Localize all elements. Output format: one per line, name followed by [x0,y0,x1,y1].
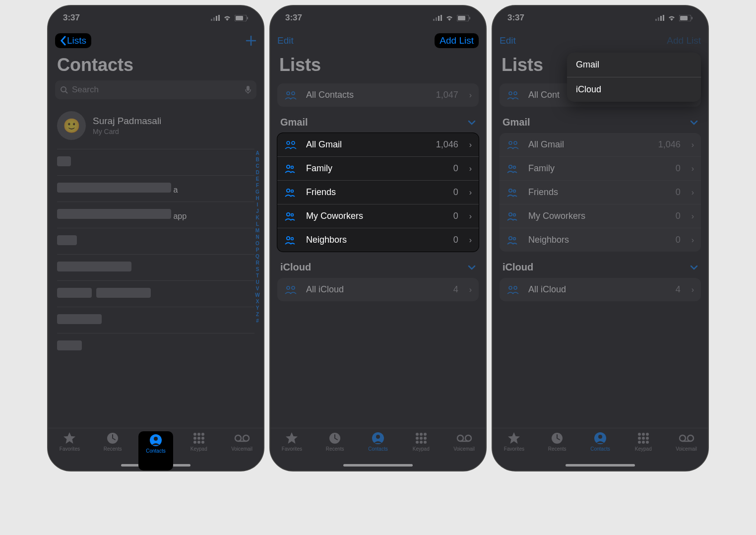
group-icon [284,285,299,294]
index-bar[interactable]: ABCDEFGHIJKLMNOPQRSTUVWXYZ# [253,150,261,324]
list-row-family[interactable]: Family0› [277,156,479,180]
icloud-section-header[interactable]: iCloud [277,252,479,278]
list-row-all-gmail[interactable]: All Gmail1,046› [277,133,479,156]
popup-item-gmail[interactable]: Gmail [567,53,701,77]
svg-rect-28 [441,15,442,21]
home-indicator[interactable] [343,464,413,467]
tab-label: Keypad [635,446,652,452]
list-label: All iCloud [528,284,669,295]
svg-rect-67 [692,17,693,19]
contact-list[interactable]: a app [48,149,263,359]
tab-favorites[interactable]: Favorites [52,431,87,470]
edit-button[interactable]: Edit [500,35,516,46]
group-icon [284,164,299,173]
list-item[interactable]: app [57,201,254,228]
svg-point-34 [287,141,290,144]
tab-voicemail[interactable]: Voicemail [225,431,259,470]
all-contacts-row[interactable]: All Contacts 1,047 › [277,83,479,107]
page-title: Contacts [48,52,263,80]
mic-icon[interactable] [245,85,252,94]
svg-point-76 [509,212,512,215]
group-icon [506,140,521,149]
tab-favorites[interactable]: Favorites [274,431,309,470]
home-indicator[interactable] [566,464,635,467]
chevron-right-icon: › [469,140,472,149]
search-field[interactable]: Search [55,80,256,99]
keypad-icon [637,431,650,445]
my-card[interactable]: 🙂 Suraj Padmasali My Card [48,106,263,149]
status-time: 3:37 [285,13,302,23]
svg-point-35 [292,141,295,144]
list-row-my-coworkers[interactable]: My Coworkers0› [500,204,701,228]
popup-item-icloud[interactable]: iCloud [567,77,701,102]
tab-voicemail[interactable]: Voicemail [447,431,482,470]
list-item[interactable] [57,149,254,175]
list-row-friends[interactable]: Friends0› [277,180,479,204]
list-row-my-coworkers[interactable]: My Coworkers0› [277,204,479,228]
svg-point-7 [61,87,66,92]
svg-rect-0 [211,19,212,21]
icloud-section-header[interactable]: iCloud [500,252,701,278]
chevron-right-icon: › [692,140,694,149]
svg-rect-66 [680,16,688,20]
svg-rect-27 [438,16,440,21]
svg-point-55 [416,441,419,444]
list-row-neighbors[interactable]: Neighbors0› [500,228,701,252]
list-row-all-icloud[interactable]: All iCloud4› [500,278,701,301]
cellular-icon [211,15,220,21]
list-row-friends[interactable]: Friends0› [500,180,701,204]
svg-point-51 [424,433,427,436]
gmail-section-header[interactable]: Gmail [500,107,701,133]
wifi-icon [223,15,232,21]
my-card-name: Suraj Padmasali [93,116,161,127]
battery-icon [235,15,249,21]
back-button[interactable]: Lists [55,33,91,48]
contacts-icon [149,433,162,447]
list-row-all-gmail[interactable]: All Gmail1,046› [500,133,701,156]
group-icon [506,164,521,173]
tab-voicemail[interactable]: Voicemail [669,431,704,470]
svg-point-53 [420,437,423,440]
list-item[interactable] [57,280,254,307]
list-row-family[interactable]: Family0› [500,156,701,180]
svg-point-91 [638,441,641,444]
svg-rect-30 [458,16,465,20]
edit-button[interactable]: Edit [277,35,294,46]
wifi-icon [445,15,454,21]
tab-label: Favorites [282,446,302,452]
gmail-section-header[interactable]: Gmail [277,107,479,133]
add-button[interactable] [246,35,256,46]
list-item[interactable]: a [57,175,254,201]
list-count: 0 [676,163,681,174]
chevron-right-icon: › [692,285,694,294]
list-label: All Gmail [528,139,651,150]
svg-point-18 [201,437,204,440]
svg-point-40 [287,212,290,215]
svg-point-84 [598,435,602,439]
search-placeholder: Search [72,85,99,95]
tab-label: Voicemail [231,446,252,452]
account-picker-popup: GmailiCloud [567,53,701,102]
svg-point-54 [424,437,427,440]
tab-label: Recents [548,446,567,452]
favorites-icon [63,431,76,445]
add-list-button[interactable]: Add List [435,33,479,48]
svg-point-77 [513,213,516,216]
list-item[interactable] [57,333,254,359]
svg-rect-9 [247,86,250,91]
list-item[interactable] [57,254,254,280]
chevron-right-icon: › [692,188,694,197]
tab-contacts[interactable]: Contacts [138,431,173,470]
back-label: Lists [67,35,86,46]
add-list-button[interactable]: Add List [667,35,701,46]
list-item[interactable] [57,307,254,333]
list-row-neighbors[interactable]: Neighbors0› [277,228,479,252]
tab-favorites[interactable]: Favorites [497,431,531,470]
svg-point-37 [291,166,294,168]
list-count: 4 [453,284,458,295]
svg-point-57 [424,441,427,444]
my-card-text: Suraj Padmasali My Card [93,116,161,135]
list-row-all-icloud[interactable]: All iCloud4› [277,278,479,301]
svg-point-59 [465,435,471,441]
list-item[interactable] [57,228,254,254]
